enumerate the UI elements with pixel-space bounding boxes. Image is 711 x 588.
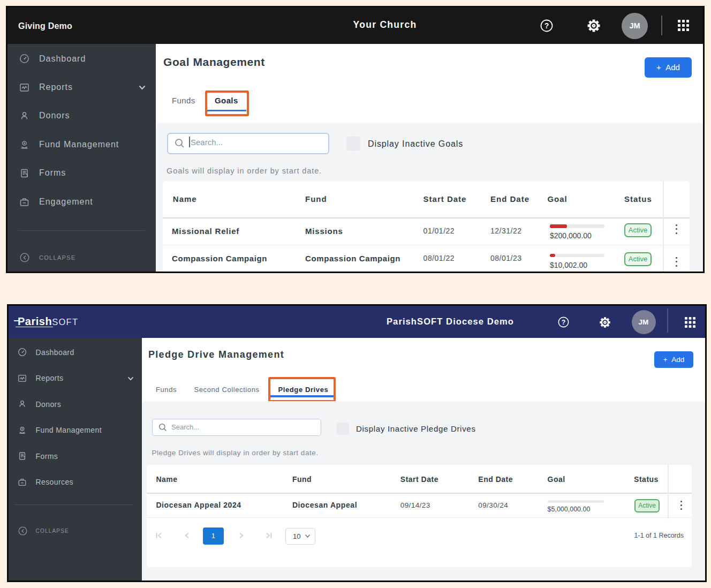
svg-text:?: ? [562,319,565,326]
svg-text:?: ? [544,21,549,29]
